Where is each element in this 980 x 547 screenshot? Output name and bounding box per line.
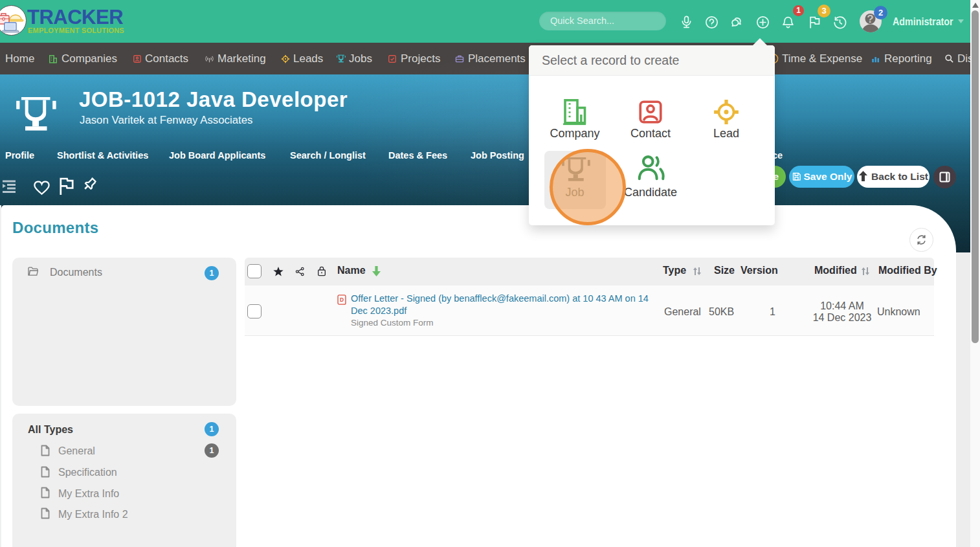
- svg-text:D: D: [340, 296, 344, 303]
- svg-text:?: ?: [867, 13, 873, 25]
